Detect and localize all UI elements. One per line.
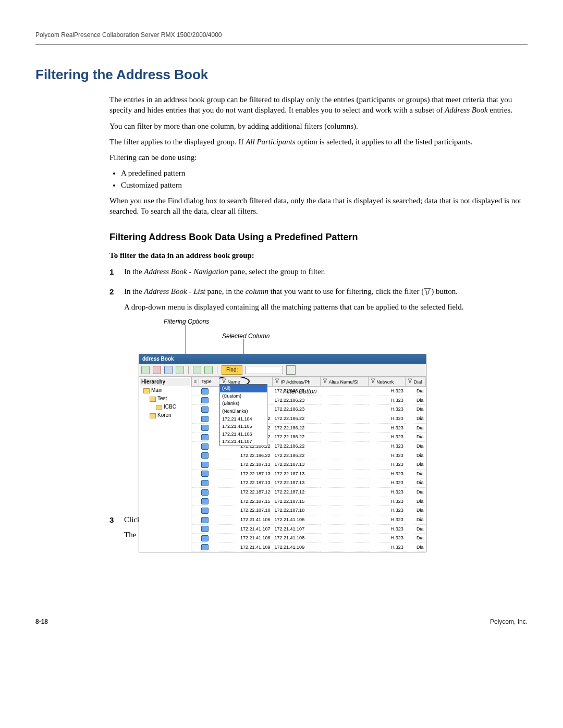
filter-icon[interactable]	[323, 379, 327, 384]
participant-icon	[201, 471, 209, 477]
tree-item-icbc[interactable]: ICBC	[140, 403, 190, 411]
text: A drop-down menu is displayed containing…	[124, 302, 528, 312]
table-row[interactable]: 172.22.187.13172.22.187.13H.323Dia	[192, 469, 426, 478]
find-label: Find:	[222, 365, 242, 375]
participant-icon	[201, 489, 209, 496]
participant-icon	[201, 443, 209, 450]
toolbar-export-icon[interactable]	[176, 366, 184, 374]
toolbar-icon[interactable]	[204, 366, 213, 374]
participant-icon	[201, 544, 209, 550]
participant-icon	[201, 462, 209, 468]
filter-option-value[interactable]: 172.21.41.105	[220, 423, 267, 430]
list-item: Customized pattern	[121, 180, 528, 190]
participant-icon	[201, 498, 209, 504]
page-footer: 8-18 Polycom, Inc.	[35, 618, 528, 625]
text: The filter applies to the displayed grou…	[109, 138, 246, 146]
filter-option-all[interactable]: (All)	[220, 385, 267, 392]
paragraph: The entries in an address book group can…	[109, 94, 528, 116]
heading-predefined-pattern: Filtering Address Book Data Using a Pred…	[109, 232, 528, 243]
filter-option-custom[interactable]: (Custom)	[220, 392, 267, 400]
filter-option-value[interactable]: 172.21.41.106	[220, 430, 267, 438]
filter-option-value[interactable]: 172.21.41.104	[220, 415, 267, 423]
callout-filter-button: Filter Button	[283, 387, 317, 396]
tree-item-test[interactable]: Test	[140, 394, 190, 403]
filter-option-nonblanks[interactable]: (NonBlanks)	[220, 408, 267, 415]
find-input[interactable]	[246, 366, 283, 374]
tree-heading: Hierarchy	[140, 378, 190, 386]
company-name: Polycom, Inc.	[490, 618, 528, 625]
paragraph: Filtering can be done using:	[109, 152, 528, 163]
text: In the Address Book - List pane, in the …	[124, 286, 528, 298]
participant-icon	[201, 425, 209, 431]
toolbar-delete-icon[interactable]	[153, 366, 161, 374]
filter-icon[interactable]	[408, 379, 412, 384]
participant-icon	[201, 397, 209, 403]
toolbar-separator	[188, 366, 189, 374]
paragraph: When you use the Find dialog box to sear…	[109, 195, 528, 217]
toolbar-import-icon[interactable]	[164, 366, 173, 374]
tree-item-main[interactable]: Main	[140, 386, 190, 394]
step-2: 2 In the Address Book - List pane, in th…	[109, 286, 528, 510]
address-book-window: ddress Book Find:	[139, 354, 426, 552]
filter-icon[interactable]	[371, 379, 375, 384]
toolbar-separator	[217, 366, 217, 374]
table-row[interactable]: 172.21.41.106172.21.41.106H.323Dia	[192, 515, 426, 524]
toolbar: Find:	[139, 364, 426, 377]
text-italic: Address Book	[445, 106, 487, 114]
table-row[interactable]: 172.21.41.109172.21.41.109H.323Dia	[192, 542, 426, 552]
participant-icon	[201, 452, 209, 459]
list-item: A predefined pattern	[121, 168, 528, 178]
bullet-list: A predefined pattern Customized pattern	[109, 168, 528, 190]
folder-icon	[143, 388, 150, 393]
col-type[interactable]: Type	[199, 377, 219, 387]
participant-icon	[201, 416, 209, 422]
hierarchy-tree: Hierarchy Main Test ICBC Koren	[139, 377, 191, 552]
table-row[interactable]: 172.22.187.18172.22.187.18H.323Dia	[192, 506, 426, 515]
page-number: 8-18	[35, 618, 48, 625]
callout-filtering-options: Filtering Options	[164, 317, 209, 326]
col-dial[interactable]: Dial	[406, 377, 426, 387]
col-network[interactable]: Network	[368, 377, 405, 387]
participant-icon	[201, 508, 209, 514]
step-number: 1	[109, 266, 124, 281]
text: In the Address Book - Navigation pane, s…	[124, 266, 528, 277]
find-go-button[interactable]	[286, 365, 296, 375]
filter-dropdown: (All) (Custom) (Blanks) (NonBlanks) 172.…	[219, 384, 267, 446]
window-title: ddress Book	[139, 354, 426, 364]
toolbar-icon[interactable]	[193, 366, 201, 374]
table-row[interactable]: 172.21.41.107172.21.41.107H.323Dia	[192, 524, 426, 534]
heading-filtering-address-book: Filtering the Address Book	[35, 67, 528, 83]
text-italic: All Participants	[246, 138, 295, 146]
folder-icon	[156, 405, 162, 410]
step-list: 1 In the Address Book - Navigation pane,…	[109, 266, 528, 545]
tree-item-koren[interactable]: Koren	[140, 411, 190, 419]
step-number: 2	[109, 286, 124, 510]
table-row[interactable]: 172.22.186.22172.22.186.22H.323Dia	[192, 451, 426, 460]
participant-icon	[201, 406, 209, 413]
participant-icon	[201, 434, 209, 440]
paragraph: The filter applies to the displayed grou…	[109, 137, 528, 147]
table-row[interactable]: 172.22.187.12172.22.187.12H.323Dia	[192, 488, 426, 497]
running-header: Polycom RealPresence Collaboration Serve…	[35, 31, 528, 45]
filter-option-blanks[interactable]: (Blanks)	[220, 400, 267, 408]
page: Polycom RealPresence Collaboration Serve…	[0, 0, 563, 646]
folder-icon	[150, 397, 156, 402]
address-list: Filter Button ≡	[191, 377, 426, 552]
participant-icon	[201, 535, 209, 541]
filter-option-value[interactable]: 172.21.41.107	[220, 438, 267, 446]
toolbar-new-icon[interactable]	[141, 366, 150, 374]
table-row[interactable]: 172.22.187.13172.22.187.13H.323Dia	[192, 478, 426, 488]
col-sort[interactable]: ≡	[192, 377, 199, 387]
table-row[interactable]: 172.21.41.108172.21.41.108H.323Dia	[192, 534, 426, 543]
filter-icon[interactable]	[275, 379, 279, 384]
folder-icon	[150, 413, 156, 418]
col-ip[interactable]: IP Address/Ph	[273, 377, 321, 387]
participant-icon	[201, 388, 209, 394]
col-alias[interactable]: Alias Name/SI	[320, 377, 368, 387]
step-1: 1 In the Address Book - Navigation pane,…	[109, 266, 528, 281]
text: entries.	[488, 106, 512, 114]
table-row[interactable]: 172.22.187.13172.22.187.13H.323Dia	[192, 460, 426, 470]
callout-selected-column: Selected Column	[222, 332, 270, 341]
participant-icon	[201, 480, 209, 486]
table-row[interactable]: 172.22.187.15172.22.187.15H.323Dia	[192, 497, 426, 506]
